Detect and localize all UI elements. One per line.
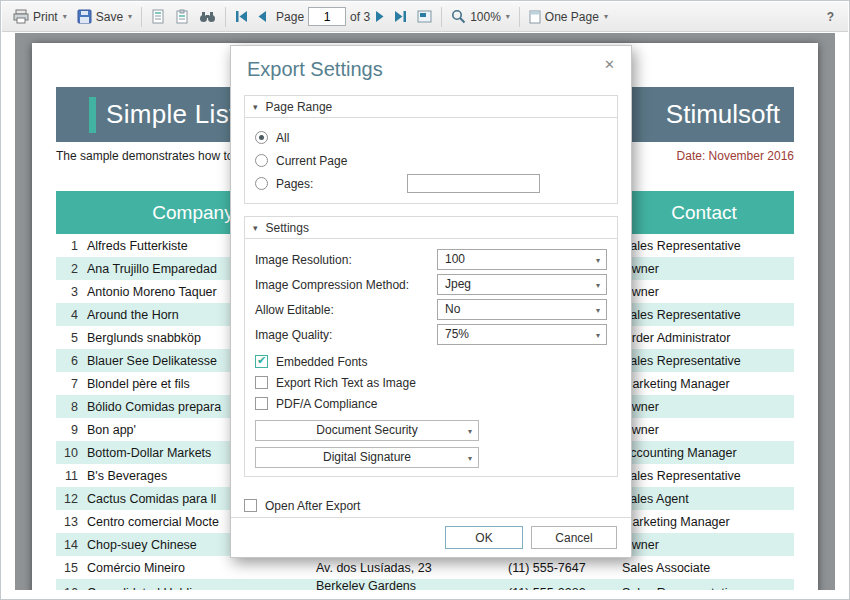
last-page-icon xyxy=(394,11,407,22)
cell-contact: Sales Representative xyxy=(614,586,794,590)
radio-icon[interactable] xyxy=(255,131,268,144)
column-header-contact: Contact xyxy=(614,202,794,224)
collapse-arrow-icon: ▾ xyxy=(253,102,258,112)
cell-num: 13 xyxy=(56,515,78,529)
cell-contact: Marketing Manager xyxy=(614,515,794,529)
cell-contact: Owner xyxy=(614,285,794,299)
page-range-label: Page Range xyxy=(266,100,333,114)
allow-editable-row: Allow Editable: No ▾ xyxy=(255,297,607,322)
bookmarks-button[interactable] xyxy=(146,6,170,27)
radio-current-page[interactable]: Current Page xyxy=(255,149,607,172)
radio-icon[interactable] xyxy=(255,177,268,190)
cell-num: 3 xyxy=(56,285,78,299)
image-compression-select[interactable]: Jpeg ▾ xyxy=(437,274,607,295)
export-rich-text-checkbox-row[interactable]: Export Rich Text as Image xyxy=(255,372,607,393)
image-compression-label: Image Compression Method: xyxy=(255,278,437,292)
full-screen-button[interactable] xyxy=(412,7,437,26)
cell-contact: Owner xyxy=(614,262,794,276)
cancel-button[interactable]: Cancel xyxy=(531,526,617,549)
image-resolution-label: Image Resolution: xyxy=(255,253,437,267)
save-button[interactable]: Save ▾ xyxy=(72,6,137,27)
find-button[interactable] xyxy=(194,7,221,26)
previous-page-button[interactable] xyxy=(253,8,272,25)
chevron-down-icon: ▾ xyxy=(596,250,600,271)
page-range-section: ▾ Page Range All Current Page Pages: xyxy=(244,95,618,204)
last-page-button[interactable] xyxy=(389,8,412,25)
cell-num: 1 xyxy=(56,239,78,253)
allow-editable-label: Allow Editable: xyxy=(255,303,437,317)
cell-contact: Sales Agent xyxy=(614,492,794,506)
image-quality-label: Image Quality: xyxy=(255,328,437,342)
image-compression-value: Jpeg xyxy=(445,277,471,291)
embedded-fonts-label: Embedded Fonts xyxy=(276,355,367,369)
radio-current-page-label: Current Page xyxy=(276,154,347,168)
cell-num: 15 xyxy=(56,561,78,575)
cell-address: Av. dos Lusíadas, 23 xyxy=(308,561,500,575)
parameters-button[interactable] xyxy=(170,6,194,27)
cell-contact: Owner xyxy=(614,400,794,414)
image-resolution-select[interactable]: 100 ▾ xyxy=(437,249,607,270)
document-security-button[interactable]: Document Security ▾ xyxy=(255,420,479,441)
printer-icon xyxy=(13,9,29,24)
export-settings-dialog: Export Settings ✕ ▾ Page Range All Curre… xyxy=(230,45,632,558)
image-quality-select[interactable]: 75% ▾ xyxy=(437,324,607,345)
cell-contact: Sales Representative xyxy=(614,469,794,483)
print-button[interactable]: Print ▾ xyxy=(8,6,72,27)
bookmarks-icon xyxy=(151,9,165,24)
help-button[interactable]: ? xyxy=(819,10,842,24)
next-page-icon xyxy=(375,11,384,22)
allow-editable-select[interactable]: No ▾ xyxy=(437,299,607,320)
checkbox-icon[interactable] xyxy=(255,355,268,368)
radio-all[interactable]: All xyxy=(255,126,607,149)
cell-address: Berkeley Gardens 12 B xyxy=(308,579,500,590)
cell-company: Consolidated Holdings xyxy=(78,586,308,590)
pages-range-input[interactable] xyxy=(407,174,540,193)
checkbox-icon[interactable] xyxy=(244,499,257,512)
settings-header[interactable]: ▾ Settings xyxy=(245,217,617,239)
first-page-icon xyxy=(235,11,248,22)
ok-button[interactable]: OK xyxy=(445,526,523,549)
image-resolution-row: Image Resolution: 100 ▾ xyxy=(255,247,607,272)
export-rich-text-label: Export Rich Text as Image xyxy=(276,376,416,390)
cell-num: 11 xyxy=(56,469,78,483)
cell-num: 7 xyxy=(56,377,78,391)
checkbox-icon[interactable] xyxy=(255,376,268,389)
radio-pages-label: Pages: xyxy=(276,177,313,191)
image-resolution-value: 100 xyxy=(445,252,465,266)
cell-num: 2 xyxy=(56,262,78,276)
digital-signature-button[interactable]: Digital Signature ▾ xyxy=(255,447,479,468)
cell-contact: Sales Representative xyxy=(614,239,794,253)
chevron-down-icon: ▾ xyxy=(596,300,600,321)
page-number-input[interactable] xyxy=(308,7,346,26)
radio-icon[interactable] xyxy=(255,154,268,167)
checkbox-icon[interactable] xyxy=(255,397,268,410)
accent-bar xyxy=(89,97,96,133)
next-page-button[interactable] xyxy=(370,8,389,25)
view-mode-dropdown[interactable]: One Page ▾ xyxy=(524,7,613,27)
toolbar: Print ▾ Save ▾ Page of 3 xyxy=(2,2,848,32)
chevron-down-icon: ▾ xyxy=(468,421,472,442)
cell-num: 9 xyxy=(56,423,78,437)
brand-label: Stimulsoft xyxy=(666,99,780,130)
settings-body: Image Resolution: 100 ▾ Image Compressio… xyxy=(245,239,617,476)
cell-phone: (11) 555-7647 xyxy=(500,561,614,575)
radio-pages[interactable]: Pages: xyxy=(255,172,607,195)
cell-company: Comércio Mineiro xyxy=(78,561,308,575)
pdfa-compliance-checkbox-row[interactable]: PDF/A Compliance xyxy=(255,393,607,414)
full-screen-icon xyxy=(417,10,432,23)
embedded-fonts-checkbox-row[interactable]: Embedded Fonts xyxy=(255,351,607,372)
parameters-icon xyxy=(175,9,189,24)
table-row: 15Comércio MineiroAv. dos Lusíadas, 23(1… xyxy=(56,556,794,579)
chevron-down-icon: ▾ xyxy=(596,275,600,296)
close-icon[interactable]: ✕ xyxy=(599,55,620,74)
document-security-label: Document Security xyxy=(316,423,417,437)
allow-editable-value: No xyxy=(445,302,460,316)
page-range-header[interactable]: ▾ Page Range xyxy=(245,96,617,118)
zoom-dropdown[interactable]: 100% ▾ xyxy=(446,6,515,27)
cell-contact: Sales Representative xyxy=(614,308,794,322)
chevron-down-icon: ▾ xyxy=(604,12,608,21)
page-range-body: All Current Page Pages: xyxy=(245,118,617,203)
open-after-export-checkbox-row[interactable]: Open After Export xyxy=(244,495,618,516)
chevron-down-icon: ▾ xyxy=(596,325,600,346)
first-page-button[interactable] xyxy=(230,8,253,25)
